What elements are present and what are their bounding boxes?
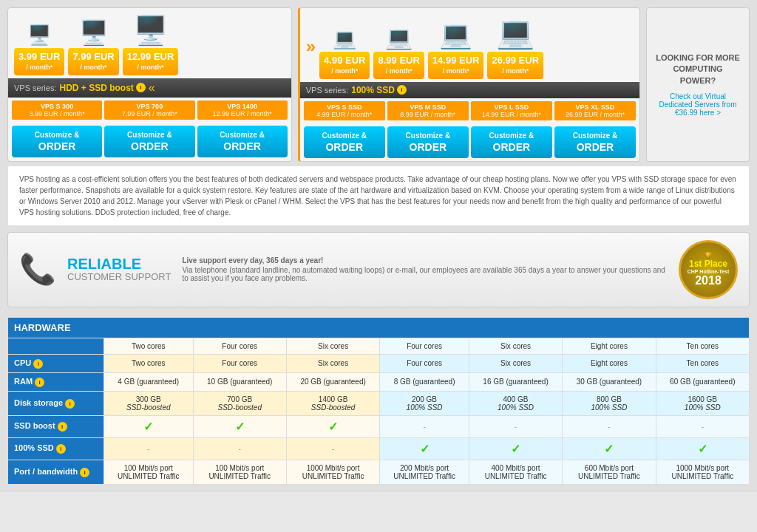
series-label-hdd: VPS series: [14,83,56,92]
cell-2-0: 300 GBSSD-boosted [104,391,194,415]
cell-1-2: 20 GB (guaranteed) [286,372,379,391]
description-text: VPS hosting as a cost-efficient solution… [19,174,738,218]
info-icon[interactable]: i [58,422,67,432]
ssd-cards-row: » 💻 4.99 EUR / month* 💻 8.99 EUR / month… [300,8,639,82]
col-header-5: Eight cores [563,338,656,354]
description-box: VPS hosting as a cost-efficient solution… [7,166,750,226]
support-title: RELIABLE [67,256,171,271]
ssd-section: » 💻 4.99 EUR / month* 💻 8.99 EUR / month… [298,7,640,162]
cell-2-6: 1600 GB100% SSD [656,391,749,415]
hdd-order-btn-3[interactable]: Customize & ORDER [197,126,288,157]
feature-label-2: Disk storage i [8,391,104,415]
feature-label-4: 100% SSD i [8,437,104,460]
cell-0-3: Four cores [380,354,469,372]
ssd-icon-1: 💻 [333,27,356,50]
ssd-plan-1: VPS S SSD 4.99 EUR / month* [304,101,385,120]
col-header-1: Four cores [193,338,286,354]
ssd-card-1: 💻 4.99 EUR / month* [319,27,370,79]
cell-1-4: 16 GB (guaranteed) [469,372,562,391]
ssd-order-btn-3[interactable]: Customize & ORDER [471,126,552,158]
ssd-price-1: 4.99 EUR / month* [319,52,370,79]
hdd-info-icon[interactable]: i [136,83,146,92]
ssd-card-3: 💻 14.99 EUR / month* [428,19,484,79]
cell-5-0: 100 Mbit/s portUNLIMITED Traffic [104,460,194,484]
price-badge-1: 3.99 EUR / month* [14,48,64,75]
cell-4-1: - [193,437,286,460]
comparison-table: HARDWARE Two coresFour coresSix coresFou… [7,317,750,485]
computing-link[interactable]: Check out Virtual Dedicated Servers from… [654,92,741,117]
price-badge-3: 12.99 EUR / month* [123,48,179,75]
computing-power-box: LOOKING FOR MORE COMPUTING POWER? Check … [646,7,750,162]
hdd-series-header: VPS series: HDD + SSD boost i « [8,78,291,98]
info-icon[interactable]: i [35,378,44,387]
cell-5-5: 600 Mbit/s portUNLIMITED Traffic [563,460,656,484]
ssd-plan-3: VPS L SSD 14.99 EUR / month* [471,101,552,120]
support-body: Via telephone (standard landline, no aut… [182,266,668,282]
col-header-3: Four cores [380,338,469,354]
ssd-icon-2: 💻 [385,24,413,50]
series-name-ssd: 100% SSD [351,85,395,95]
cell-0-5: Eight cores [563,354,656,372]
hdd-order-btn-2[interactable]: Customize & ORDER [104,126,194,157]
ssd-plan-4: VPS XL SSD 26.99 EUR / month* [554,101,636,120]
cell-0-0: Two cores [104,354,194,372]
col-header-6: Ten cores [656,338,749,354]
table-row: SSD boost i✓✓✓---- [8,415,750,437]
cell-3-6: - [656,415,749,437]
ssd-order-btn-4[interactable]: Customize & ORDER [554,126,636,158]
ssd-price-3: 14.99 EUR / month* [428,52,484,79]
phone-icon: 📞 [19,252,56,287]
server-card-2: 🖥️ 7.99 EUR / month* [68,18,118,75]
col-header-2: Six cores [286,338,379,354]
table-row: Port / bandwidth i100 Mbit/s portUNLIMIT… [8,460,750,484]
hdd-plan-names: VPS S 300 3.99 EUR / month* VPS 700 7.99… [8,98,291,123]
check-icon: ✓ [143,420,153,433]
series-name-hdd: HDD + SSD boost [59,83,133,93]
ssd-order-btn-2[interactable]: Customize & ORDER [387,126,469,158]
cell-0-4: Six cores [469,354,562,372]
info-icon[interactable]: i [33,359,43,369]
cell-5-1: 100 Mbit/s portUNLIMITED Traffic [193,460,286,484]
server-icon-1: 🖥️ [27,24,51,47]
support-section: 📞 RELIABLE CUSTOMER SUPPORT Live support… [7,232,750,307]
info-icon[interactable]: i [65,399,75,409]
hdd-plan-2: VPS 700 7.99 EUR / month* [104,100,194,120]
feature-label-1: RAM i [8,372,104,391]
ssd-arrow: » [306,36,316,57]
ssd-info-icon[interactable]: i [397,85,407,95]
hdd-order-btn-1[interactable]: Customize & ORDER [12,126,102,157]
cell-2-5: 800 GB100% SSD [563,391,656,415]
ssd-icon-3: 💻 [439,19,472,50]
hdd-order-buttons: Customize & ORDER Customize & ORDER Cust… [8,123,291,160]
cell-2-4: 400 GB100% SSD [469,391,562,415]
ssd-order-btn-1[interactable]: Customize & ORDER [304,126,385,158]
check-icon: ✓ [698,443,707,455]
hdd-section: 🖥️ 3.99 EUR / month* 🖥️ 7.99 EUR / month… [7,7,292,162]
dash-icon: - [608,423,610,431]
cell-0-2: Six cores [286,354,379,372]
hdd-cards-row: 🖥️ 3.99 EUR / month* 🖥️ 7.99 EUR / month… [8,8,291,78]
computing-title: LOOKING FOR MORE COMPUTING POWER? [654,52,741,86]
table-row: RAM i4 GB (guaranteed)10 GB (guaranteed)… [8,372,750,391]
hardware-header: HARDWARE [8,317,750,338]
support-description: Live support every day, 365 days a year!… [182,256,668,282]
info-icon[interactable]: i [56,444,66,454]
ssd-series-header: VPS series: 100% SSD i [300,82,639,98]
feature-label-3: SSD boost i [8,415,104,437]
cell-0-1: Four cores [193,354,286,372]
cell-1-0: 4 GB (guaranteed) [104,372,194,391]
cell-4-6: ✓ [656,437,749,460]
ssd-icon-4: 💻 [496,14,534,50]
cell-3-4: - [469,415,562,437]
info-icon[interactable]: i [80,468,89,477]
col-header-0: Two cores [104,338,194,354]
cell-3-3: - [380,415,469,437]
dash-icon: - [332,445,334,453]
cell-3-1: ✓ [193,415,286,437]
ssd-price-4: 26.99 EUR / month* [487,52,543,79]
series-label-ssd: VPS series: [306,86,348,95]
award-year: 2018 [695,274,722,287]
cell-3-2: ✓ [286,415,379,437]
check-icon: ✓ [604,443,614,455]
cell-5-3: 200 Mbit/s portUNLIMITED Traffic [380,460,469,484]
